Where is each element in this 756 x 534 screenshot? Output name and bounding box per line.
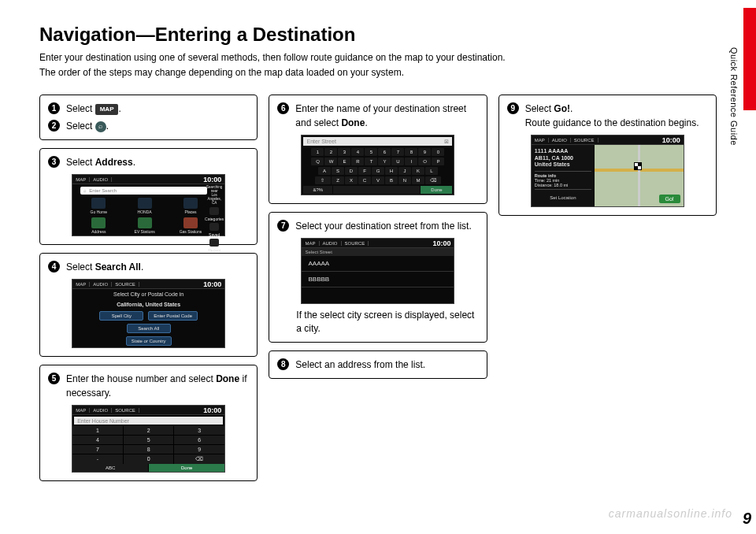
ss3-topbar: MAP AUDIO 10:00: [72, 175, 224, 184]
column-3: 9 Select Go!. Route guidance to the dest…: [498, 95, 717, 481]
screenshot-step-5: MAP AUDIO SOURCE 10:00 Enter House Numbe…: [72, 405, 225, 473]
page-number: 9: [743, 510, 751, 528]
honda-icon: [138, 198, 152, 209]
card-step-7: 7 Select your destination street from th…: [269, 212, 487, 343]
step-3: 3 Select Address.: [48, 155, 249, 169]
recent-icon: [209, 239, 219, 247]
step-8: 8 Select an address from the list.: [277, 358, 478, 372]
places-icon: [183, 198, 198, 209]
screenshot-step-6: Enter Street ⊠ 1234567890 QWERTYUIOP ASD…: [301, 135, 454, 195]
screenshot-step-3: MAP AUDIO 10:00 ⌕ Enter Search Searching…: [72, 174, 225, 236]
bullet-8: 8: [277, 358, 289, 370]
search-all-button: Search All: [127, 324, 171, 333]
columns: 1 Select MAP. 2 Select ⌕. 3 Select Add: [39, 95, 717, 481]
bullet-2: 2: [48, 120, 60, 132]
step-1-text: Select MAP.: [66, 102, 249, 116]
screenshot-step-4: MAP AUDIO SOURCE 10:00 Select City or Po…: [72, 279, 225, 348]
intro-line-2: The order of the steps may change depend…: [39, 67, 404, 78]
step-1: 1 Select MAP.: [48, 102, 249, 116]
intro-line-1: Enter your destination using one of seve…: [39, 52, 506, 63]
bullet-7: 7: [277, 220, 289, 232]
house-number-field: Enter House Number: [74, 417, 223, 425]
intro-text: Enter your destination using one of seve…: [39, 50, 717, 80]
card-step-4: 4 Select Search All. MAP AUDIO SOURCE 10…: [39, 253, 258, 357]
search-icon: ⌕: [95, 121, 106, 132]
done-button: Done: [421, 186, 452, 194]
ss3-search-field: ⌕ Enter Search: [80, 187, 207, 195]
step-6: 6 Enter the name of your destination str…: [277, 102, 478, 130]
address-icon: [91, 217, 106, 228]
step-7: 7 Select your destination street from th…: [277, 219, 478, 233]
step-5: 5 Enter the house number and select Done…: [48, 372, 249, 400]
map-preview: Go!: [595, 145, 684, 206]
destination-flag-icon: [634, 162, 642, 170]
numpad: 1 2 3 4 5 6 7 8 9 - 0 ⌫: [72, 426, 224, 464]
card-step-3: 3 Select Address. MAP AUDIO 10:00 ⌕ Ente…: [39, 148, 258, 245]
list-item: BBBBB: [302, 272, 454, 287]
page-content: Navigation—Entering a Destination Enter …: [0, 0, 756, 489]
postal-code-button: Enter Postal Code: [148, 311, 198, 321]
bullet-5: 5: [48, 373, 60, 384]
card-step-5: 5 Enter the house number and select Done…: [39, 365, 258, 481]
column-1: 1 Select MAP. 2 Select ⌕. 3 Select Add: [39, 95, 258, 481]
map-chip-icon: MAP: [95, 104, 119, 115]
column-2: 6 Enter the name of your destination str…: [269, 95, 487, 481]
ss3-right-column: Searching near Los Angeles, CA Categorie…: [206, 186, 223, 253]
watermark: carmanualsonline.info: [609, 507, 732, 520]
bullet-6: 6: [277, 102, 289, 114]
card-step-9: 9 Select Go!. Route guidance to the dest…: [498, 95, 717, 216]
spell-city-button: Spell City: [99, 311, 143, 321]
set-location-button: Set Location: [535, 192, 591, 200]
step-4-text: Select Search All.: [66, 260, 249, 274]
step-2-text: Select ⌕.: [66, 119, 249, 133]
list-item: AAAAA: [302, 256, 454, 272]
screenshot-step-9: MAP AUDIO SOURCE 10:00 1111 AAAAA AB11, …: [531, 135, 684, 207]
go-button: Go!: [659, 195, 680, 203]
card-step-6: 6 Enter the name of your destination str…: [269, 95, 487, 204]
abc-button: ABC: [72, 464, 148, 472]
shift-icon: ⇧: [315, 176, 331, 184]
state-country-button: State or Country: [126, 336, 172, 346]
step-6-text: Enter the name of your destination stree…: [295, 102, 478, 130]
street-field: Enter Street ⊠: [303, 137, 452, 146]
step-9-text: Select Go!. Route guidance to the destin…: [525, 102, 708, 130]
card-step-8: 8 Select an address from the list.: [269, 350, 487, 379]
bullet-1: 1: [48, 102, 60, 114]
step-5-text: Enter the house number and select Done i…: [66, 372, 249, 400]
road-icon: [638, 145, 640, 206]
side-tab: [743, 8, 756, 110]
side-label: Quick Reference Guide: [729, 47, 739, 146]
categories-icon: [209, 207, 219, 215]
ss3-row-1: Go Home HONDA Places: [72, 196, 224, 216]
ev-icon: [138, 217, 152, 228]
card-steps-1-2: 1 Select MAP. 2 Select ⌕.: [39, 95, 258, 140]
home-icon: [91, 198, 106, 209]
step-2: 2 Select ⌕.: [48, 119, 249, 133]
gas-icon: [183, 217, 198, 228]
step-4: 4 Select Search All.: [48, 260, 249, 274]
spacebar: [333, 186, 420, 194]
screenshot-step-7: MAP AUDIO SOURCE 10:00 Select Street AAA…: [301, 238, 454, 304]
bullet-9: 9: [507, 102, 519, 114]
step-3-text: Select Address.: [66, 155, 249, 169]
ss3-row-2: Address EV Stations Gas Stations: [72, 216, 224, 235]
step-8-text: Select an address from the list.: [295, 358, 478, 372]
step-7-note: If the select city screen is displayed, …: [277, 309, 478, 336]
clear-icon: ⊠: [444, 139, 449, 145]
saved-icon: [209, 223, 219, 231]
bullet-3: 3: [48, 156, 60, 168]
page-title: Navigation—Entering a Destination: [39, 24, 717, 46]
step-7-text: Select your destination street from the …: [295, 219, 478, 233]
step-9: 9 Select Go!. Route guidance to the dest…: [507, 102, 708, 130]
bullet-4: 4: [48, 261, 60, 273]
route-panel: 1111 AAAAA AB11, CA 1000 United States R…: [532, 145, 595, 206]
done-button: Done: [149, 464, 224, 472]
backspace-icon: ⌫: [425, 176, 441, 184]
